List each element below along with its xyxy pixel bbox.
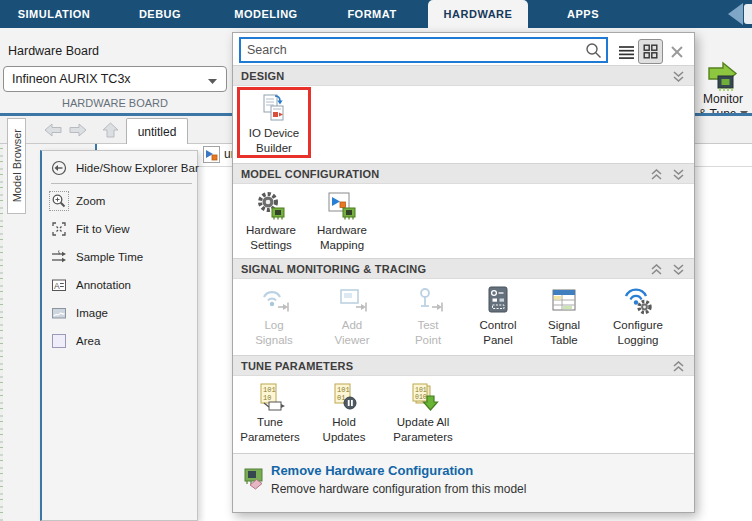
palette-item-annotation[interactable]: A Annotation [42, 271, 197, 299]
tune-parameters-icon: 101 10 [254, 380, 286, 414]
hardware-board-group-label: HARDWARE BOARD [0, 97, 230, 109]
palette-item-area[interactable]: Area [42, 327, 197, 355]
gallery-item-io-device-builder[interactable]: IO Device Builder [241, 91, 307, 155]
io-device-builder-icon [258, 91, 290, 125]
signal-table-icon [548, 283, 580, 317]
gallery-item-configure-logging[interactable]: Configure Logging [599, 283, 677, 347]
collapse-up-icon[interactable] [650, 169, 663, 181]
hardware-settings-icon [255, 188, 287, 222]
tab-hardware[interactable]: HARDWARE [428, 0, 528, 28]
collapse-down-icon[interactable] [672, 169, 685, 181]
add-viewer-icon [336, 283, 368, 317]
section-header-tune-parameters[interactable]: TUNE PARAMETERS [233, 355, 694, 376]
palette-item-image[interactable]: Image [42, 299, 197, 327]
palette-item-sample-time[interactable]: Sample Time [42, 243, 197, 271]
hardware-gallery-popup: DESIGN IO Device [232, 32, 695, 513]
search-input[interactable] [239, 37, 608, 63]
tab-format[interactable]: FORMAT [330, 0, 414, 28]
palette-item-hide-explorer[interactable]: Hide/Show Explorer Bar [42, 154, 197, 182]
hardware-board-dropdown[interactable]: Infineon AURIX TC3x [3, 66, 227, 92]
gallery-item-signal-table[interactable]: Signal Table [533, 283, 595, 347]
configure-logging-icon [622, 283, 654, 317]
collapse-up-icon[interactable] [650, 264, 663, 276]
collapse-down-icon[interactable] [672, 71, 685, 83]
tab-simulation[interactable]: SIMULATION [8, 0, 100, 28]
model-browser-tab[interactable]: Model Browser [7, 118, 26, 214]
remove-hardware-icon [242, 466, 266, 490]
hold-updates-icon: 101 01 [328, 380, 360, 414]
fit-to-view-icon [51, 221, 67, 237]
gallery-item-hardware-settings[interactable]: Hardware Settings [237, 188, 305, 252]
svg-text:010: 010 [415, 394, 427, 401]
collapsed-panel-chevron-icon [728, 3, 743, 25]
grid-view-button[interactable] [638, 39, 663, 64]
monitor-tune-label-line1[interactable]: Monitor [693, 92, 752, 106]
image-icon [51, 305, 67, 321]
svg-text:101: 101 [337, 386, 350, 394]
back-arrow-icon[interactable] [44, 123, 63, 137]
svg-text:A: A [54, 281, 60, 291]
collapsed-panel-edge [744, 4, 752, 24]
gallery-item-control-panel[interactable]: Control Panel [467, 283, 529, 347]
svg-text:101: 101 [263, 386, 276, 394]
io-device-builder-highlight: IO Device Builder [237, 87, 311, 158]
annotation-icon: A [51, 277, 67, 293]
hide-explorer-icon [51, 160, 67, 176]
svg-text:101: 101 [415, 387, 427, 394]
monitor-tune-icon[interactable] [705, 59, 741, 93]
palette-separator [51, 183, 192, 184]
sample-time-icon [51, 249, 67, 265]
area-icon [51, 333, 67, 349]
collapse-down-icon[interactable] [672, 264, 685, 276]
up-to-parent-icon[interactable] [102, 122, 119, 138]
tab-modeling[interactable]: MODELING [220, 0, 312, 28]
hardware-board-label: Hardware Board [8, 44, 99, 58]
log-signals-icon [258, 283, 290, 317]
tab-apps[interactable]: APPS [546, 0, 620, 28]
section-header-design[interactable]: DESIGN [233, 65, 694, 86]
list-view-icon[interactable] [618, 45, 635, 60]
section-header-model-configuration[interactable]: MODEL CONFIGURATION [233, 163, 694, 184]
remove-hardware-configuration[interactable]: Remove Hardware Configuration Remove har… [233, 453, 694, 512]
zoom-icon [51, 193, 67, 209]
gallery-item-add-viewer: Add Viewer [315, 283, 389, 347]
document-tab-untitled[interactable]: untitled [126, 118, 188, 144]
forward-arrow-icon[interactable] [68, 123, 87, 137]
hardware-mapping-icon [326, 188, 358, 222]
control-panel-icon [482, 283, 514, 317]
collapse-up-icon[interactable] [672, 361, 685, 373]
svg-text:10: 10 [263, 394, 271, 402]
toolstrip-tab-bar: SIMULATION DEBUG MODELING FORMAT HARDWAR… [0, 0, 752, 28]
grid-view-icon [643, 44, 658, 59]
hardware-board-value: Infineon AURIX TC3x [12, 72, 131, 86]
tab-debug[interactable]: DEBUG [124, 0, 196, 28]
gallery-item-tune-parameters[interactable]: 101 10 Tune Parameters [237, 380, 303, 444]
gallery-item-log-signals: Log Signals [237, 283, 311, 347]
gallery-item-hardware-mapping[interactable]: Hardware Mapping [308, 188, 376, 252]
section-header-signal-monitoring[interactable]: SIGNAL MONITORING & TRACING [233, 258, 694, 279]
gallery-item-test-point: Test Point [393, 283, 463, 347]
gallery-item-update-all-parameters[interactable]: 101 010 Update All Parameters [383, 380, 463, 444]
palette-item-zoom[interactable]: Zoom [42, 187, 197, 215]
update-all-parameters-icon: 101 010 [407, 380, 439, 414]
search-icon [585, 42, 602, 59]
desktop-edge-strip [0, 116, 3, 521]
canvas-palette-menu: Hide/Show Explorer Bar Zoom Fit to View [40, 150, 198, 521]
breadcrumb-model-icon[interactable] [203, 146, 220, 163]
gallery-item-hold-updates[interactable]: 101 01 Hold Updates [311, 380, 377, 444]
close-icon[interactable] [671, 46, 683, 58]
test-point-icon [412, 283, 444, 317]
dropdown-caret-icon [208, 78, 217, 84]
palette-item-fit-to-view[interactable]: Fit to View [42, 215, 197, 243]
